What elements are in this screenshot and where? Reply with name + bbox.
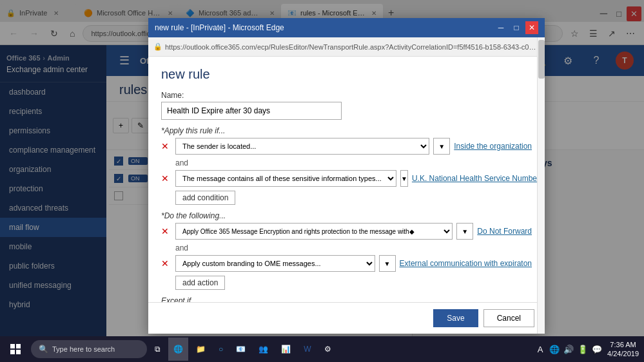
- do-following-section: *Do the following... ✕ Apply Office 365 …: [161, 211, 532, 290]
- lock-icon: 🔒: [153, 43, 162, 51]
- condition-row-2: ✕ The message contains all of these sens…: [161, 170, 532, 187]
- name-form-group: Name:: [161, 91, 532, 120]
- taskbar: 🔍 Type here to search ⧉ 🌐 📁 ○ 📧 👥 📊 W ⚙: [0, 336, 644, 362]
- add-condition-button[interactable]: add condition: [175, 191, 235, 205]
- battery-icon[interactable]: 🔋: [578, 344, 588, 354]
- condition-1-dropdown[interactable]: ▼: [433, 138, 450, 155]
- taskview-button[interactable]: ⧉: [150, 338, 166, 361]
- new-rule-dialog: new rule - [InPrivate] - Microsoft Edge …: [148, 18, 545, 334]
- condition-1-link[interactable]: Inside the organization: [454, 142, 532, 151]
- action-2-link[interactable]: External communication with expiraton: [400, 259, 532, 268]
- taskbar-left: 🔍 Type here to search ⧉ 🌐 📁 ○ 📧 👥 📊 W ⚙: [0, 336, 337, 362]
- taskview-icon: ⧉: [155, 345, 161, 354]
- apply-rule-section: *Apply this rule if... ✕ The sender is l…: [161, 126, 532, 205]
- start-button[interactable]: [3, 336, 28, 362]
- and-connector-1: and: [175, 158, 532, 167]
- notification-tray-icon[interactable]: 💬: [592, 344, 602, 354]
- settings-icon: ⚙: [324, 345, 331, 354]
- action-1-link[interactable]: Do Not Forward: [477, 227, 532, 236]
- clock-time: 7:36 AM: [607, 340, 639, 349]
- outlook-icon: 📧: [236, 345, 246, 354]
- powerpoint-icon: 📊: [281, 345, 291, 354]
- action-1-select[interactable]: Apply Office 365 Message Encryption and …: [175, 223, 453, 240]
- settings-taskbar-button[interactable]: ⚙: [319, 338, 337, 361]
- dialog-maximize-button[interactable]: □: [510, 21, 523, 34]
- except-if-label: Except if...: [161, 296, 532, 302]
- dialog-title-text: new rule - [InPrivate] - Microsoft Edge: [155, 23, 284, 32]
- svg-rect-0: [10, 344, 15, 348]
- save-button[interactable]: Save: [433, 309, 478, 327]
- name-label: Name:: [161, 91, 532, 100]
- dialog-close-button[interactable]: ✕: [525, 21, 538, 34]
- clock-date: 4/24/2019: [607, 349, 639, 358]
- add-action-button[interactable]: add action: [175, 276, 225, 290]
- cortana-icon: ○: [219, 345, 223, 354]
- network-icon[interactable]: 🌐: [549, 344, 560, 354]
- language-icon[interactable]: A: [535, 344, 545, 354]
- dialog-address-bar[interactable]: 🔒 https://outlook.office365.com/ecp/Rule…: [148, 37, 545, 57]
- outlook-button[interactable]: 📧: [231, 338, 251, 361]
- word-icon: W: [304, 345, 311, 354]
- action-row-2: ✕ Apply custom branding to OME messages.…: [161, 255, 532, 272]
- cancel-button[interactable]: Cancel: [483, 309, 534, 327]
- svg-rect-2: [10, 350, 15, 354]
- dialog-window-controls: ─ □ ✕: [494, 21, 538, 34]
- condition-row-1: ✕ The sender is located... ▼ Inside the …: [161, 138, 532, 155]
- dialog-titlebar: new rule - [InPrivate] - Microsoft Edge …: [148, 18, 545, 37]
- dialog-scrollbar[interactable]: [537, 37, 545, 334]
- action-1-dropdown[interactable]: ▼: [456, 223, 473, 240]
- condition-2-dropdown[interactable]: ▼: [400, 170, 408, 187]
- dialog-scrollbar-thumb[interactable]: [538, 40, 545, 79]
- condition-2-select[interactable]: The message contains all of these sensit…: [175, 170, 396, 187]
- dialog-page-title: new rule: [161, 67, 532, 82]
- action-row-1: ✕ Apply Office 365 Message Encryption an…: [161, 223, 532, 240]
- dialog-footer: Save Cancel: [148, 302, 545, 334]
- action-2-dropdown[interactable]: ▼: [379, 255, 396, 272]
- remove-condition-1-button[interactable]: ✕: [161, 141, 171, 151]
- taskbar-icons: A 🌐 🔊 🔋 💬: [535, 344, 602, 354]
- remove-action-1-button[interactable]: ✕: [161, 226, 171, 236]
- system-clock[interactable]: 7:36 AM 4/24/2019: [607, 340, 639, 359]
- dialog-content: new rule Name: *Apply this rule if... ✕ …: [148, 57, 545, 302]
- explorer-button[interactable]: 📁: [191, 338, 211, 361]
- word-button[interactable]: W: [298, 338, 316, 361]
- volume-icon[interactable]: 🔊: [563, 344, 574, 354]
- name-input[interactable]: [161, 102, 342, 120]
- condition-2-link[interactable]: U.K. National Health Service Number ...: [412, 174, 545, 183]
- edge-icon: 🌐: [173, 345, 183, 354]
- taskbar-search[interactable]: 🔍 Type here to search: [31, 340, 147, 358]
- edge-button[interactable]: 🌐: [168, 338, 188, 361]
- taskbar-right: A 🌐 🔊 🔋 💬 7:36 AM 4/24/2019: [535, 340, 644, 359]
- svg-rect-1: [16, 344, 21, 348]
- condition-1-select[interactable]: The sender is located...: [175, 138, 429, 155]
- action-2-select[interactable]: Apply custom branding to OME messages...: [175, 255, 375, 272]
- powerpoint-button[interactable]: 📊: [276, 338, 296, 361]
- svg-rect-3: [16, 350, 21, 354]
- explorer-icon: 📁: [196, 345, 206, 354]
- search-icon: 🔍: [39, 345, 48, 354]
- teams-icon: 👥: [259, 345, 268, 354]
- and-connector-2: and: [175, 243, 532, 252]
- apply-rule-label: *Apply this rule if...: [161, 126, 532, 135]
- remove-condition-2-button[interactable]: ✕: [161, 173, 171, 184]
- do-following-label: *Do the following...: [161, 211, 532, 220]
- except-if-section: Except if... add exception: [161, 296, 532, 302]
- cortana-button[interactable]: ○: [213, 338, 228, 361]
- remove-action-2-button[interactable]: ✕: [161, 258, 171, 269]
- teams-button[interactable]: 👥: [253, 338, 273, 361]
- dialog-minimize-button[interactable]: ─: [494, 21, 507, 34]
